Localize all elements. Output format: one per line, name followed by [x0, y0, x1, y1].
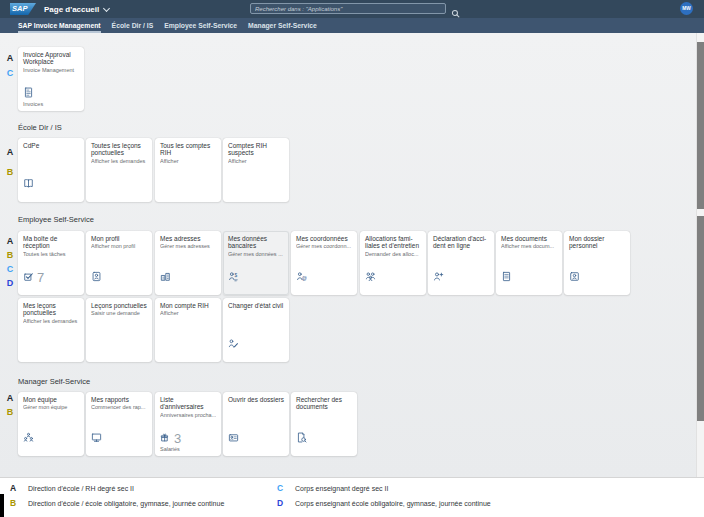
- gift-icon: [160, 429, 171, 447]
- tile-title: Tous les comptes RIH: [160, 142, 216, 157]
- tile-tous-les-comptes-rih[interactable]: Tous les comptes RIHAfficher: [155, 138, 221, 202]
- tile-header: Mon compte RIHAfficher: [155, 298, 221, 316]
- tile-body: [433, 268, 444, 286]
- scrollbar[interactable]: [696, 33, 704, 477]
- tile-header: Mes rapportsCommencer des rap...: [86, 392, 152, 410]
- tile-toutes-les-lecons-ponctuelles[interactable]: Toutes les leçons ponctuellesAfficher le…: [86, 138, 152, 202]
- tab-cole-dir-is[interactable]: École Dir / IS: [112, 18, 154, 33]
- tile-header: Mes documentsAfficher mes docum...: [496, 231, 562, 249]
- tile-header: Toutes les leçons ponctuellesAfficher le…: [86, 138, 152, 164]
- tile-header: Leçons ponctuellesSaisir une demande: [86, 298, 152, 316]
- role-marker-a: A: [4, 53, 16, 63]
- role-marker-b: B: [4, 167, 16, 177]
- tile-body: [228, 335, 239, 353]
- home-title-menu[interactable]: Page d'accueil: [44, 0, 109, 18]
- tile-title: Déclaration d'acci- dent en ligne: [433, 235, 489, 250]
- monitor-icon: [91, 429, 102, 447]
- legend-panel: ADirection d'école / RH degré sec IIBDir…: [0, 477, 704, 517]
- tile-header: Allocations fami- liales et d'entretienD…: [360, 231, 426, 257]
- section-header-employee-self-service: Employee Self-Service: [18, 215, 94, 224]
- tile-ouvrir-des-dossiers[interactable]: Ouvrir des dossiers: [223, 392, 289, 456]
- tile-mon-dossier-personnel[interactable]: Mon dossier personnel: [564, 231, 630, 295]
- tile-header: Rechercher des documents: [291, 392, 357, 411]
- tile-changer-etat-civil[interactable]: Changer d'état civil: [223, 298, 289, 362]
- tile-lecons-ponctuelles[interactable]: Leçons ponctuellesSaisir une demande: [86, 298, 152, 362]
- tile-liste-anniversaires[interactable]: Liste d'anniversairesAnniversaires proch…: [155, 392, 221, 456]
- tile-title: Mes documents: [501, 235, 557, 242]
- tile-header: Comptes RIH suspectsAfficher: [223, 138, 289, 164]
- org-people-icon: [23, 429, 34, 447]
- tile-header: Mon dossier personnel: [564, 231, 630, 250]
- tile-footer: Salariés: [160, 446, 180, 452]
- scrollbar-thumb[interactable]: [697, 216, 704, 421]
- tile-ma-boite-de-reception[interactable]: Ma boîte de réceptionToutes les tâches7: [18, 231, 84, 295]
- tile-body: $: [228, 268, 239, 286]
- tile-mon-profil[interactable]: Mon profilAfficher mon profil: [86, 231, 152, 295]
- legend-item-a: ADirection d'école / RH degré sec II: [10, 483, 134, 493]
- tile-mes-documents[interactable]: Mes documentsAfficher mes docum...: [496, 231, 562, 295]
- tab-sap-invoice-management[interactable]: SAP Invoice Management: [18, 18, 101, 33]
- role-marker-b: B: [4, 250, 16, 260]
- tile-subtitle: Afficher: [160, 158, 216, 164]
- tile-kpi: 7: [37, 271, 44, 284]
- legend-text: Direction d'école / RH degré sec II: [28, 485, 134, 492]
- tile-subtitle: Commencer des rap...: [91, 404, 147, 410]
- tile-rechercher-des-documents[interactable]: Rechercher des documents: [291, 392, 357, 456]
- tile-title: Mon dossier personnel: [569, 235, 625, 250]
- tile-body: 3: [160, 429, 181, 447]
- tile-kpi: 3: [174, 432, 181, 445]
- buildings-icon: [160, 268, 171, 286]
- tile-mes-adresses[interactable]: Mes adressesGérer mes adresses: [155, 231, 221, 295]
- tile-title: Leçons ponctuelles: [91, 302, 147, 309]
- tile-subtitle: Afficher mon profil: [91, 243, 147, 249]
- book-icon: [23, 175, 34, 193]
- role-marker-a: A: [4, 236, 16, 246]
- tile-title: Mes rapports: [91, 396, 147, 403]
- tile-header: Mon profilAfficher mon profil: [86, 231, 152, 249]
- role-marker-c: C: [4, 264, 16, 274]
- legend-letter: C: [277, 483, 295, 493]
- tab-manager-self-service[interactable]: Manager Self-Service: [248, 18, 317, 33]
- tile-mes-donnees-bancaires[interactable]: Mes données bancairesGérer mes données .…: [223, 231, 289, 295]
- tile-title: Toutes les leçons ponctuelles: [91, 142, 147, 157]
- tile-invoice-approval-workplace[interactable]: Invoice Approval WorkplaceInvoice Manage…: [18, 47, 84, 111]
- tile-body: 7: [23, 268, 44, 286]
- tile-subtitle: Afficher les demandes: [23, 318, 79, 324]
- tile-body: [296, 429, 307, 447]
- svg-text:$: $: [235, 273, 238, 278]
- tile-header: Mon équipeGérer mon équipe: [18, 392, 84, 410]
- tile-title: Liste d'anniversaires: [160, 396, 216, 411]
- role-marker-c: C: [4, 68, 16, 78]
- person-plus-icon: [433, 268, 444, 286]
- tile-allocations-familiales[interactable]: Allocations fami- liales et d'entretienD…: [360, 231, 426, 295]
- sap-logo[interactable]: SAP: [10, 3, 36, 15]
- tile-header: Mes leçons ponctuellesAfficher les deman…: [18, 298, 84, 324]
- tile-body: [228, 429, 239, 447]
- task-icon: [23, 268, 34, 286]
- legend-letter: A: [10, 483, 28, 493]
- tile-mes-lecons-ponctuelles[interactable]: Mes leçons ponctuellesAfficher les deman…: [18, 298, 84, 362]
- legend-text: Corps enseignant degré sec II: [295, 485, 388, 492]
- tile-declaration-accident-en-ligne[interactable]: Déclaration d'acci- dent en ligne: [428, 231, 494, 295]
- tile-body: [160, 268, 171, 286]
- tile-mon-compte-rih[interactable]: Mon compte RIHAfficher: [155, 298, 221, 362]
- tile-body: [569, 268, 580, 286]
- tile-header: CdPe: [18, 138, 84, 149]
- content: ACInvoice Approval WorkplaceInvoice Mana…: [0, 33, 704, 477]
- tile-comptes-rih-suspects[interactable]: Comptes RIH suspectsAfficher: [223, 138, 289, 202]
- person-book-icon: [569, 268, 580, 286]
- tile-mes-coordonnees[interactable]: Mes coordonnéesGérer mes coordonn...@: [291, 231, 357, 295]
- tile-title: Mon profil: [91, 235, 147, 242]
- tile-mes-rapports[interactable]: Mes rapportsCommencer des rap...: [86, 392, 152, 456]
- tile-title: Mon compte RIH: [160, 302, 216, 309]
- tile-title: Comptes RIH suspects: [228, 142, 284, 157]
- scrollbar-thumb[interactable]: [697, 42, 704, 209]
- tile-cdpe[interactable]: CdPe: [18, 138, 84, 202]
- person-edit-icon: [228, 335, 239, 353]
- tab-employee-self-service[interactable]: Employee Self-Service: [164, 18, 237, 33]
- tile-body: [23, 84, 34, 102]
- search-input[interactable]: [250, 3, 446, 14]
- user-avatar[interactable]: MW: [680, 2, 693, 15]
- tile-mon-equipe[interactable]: Mon équipeGérer mon équipe: [18, 392, 84, 456]
- family-icon: [365, 268, 376, 286]
